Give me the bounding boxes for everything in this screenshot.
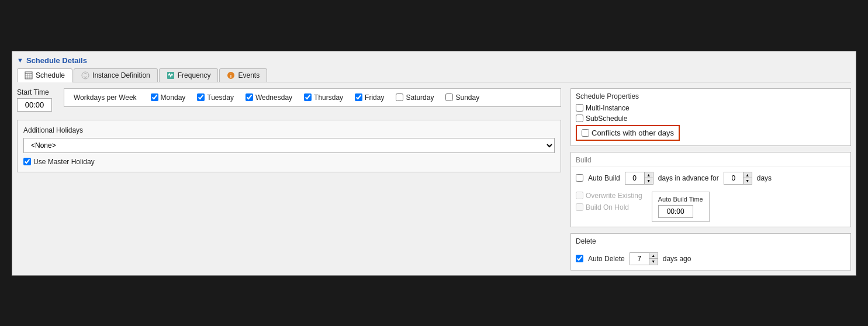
tab-instance-definition[interactable]: Instance Definition bbox=[74, 68, 158, 82]
multi-instance-checkbox[interactable] bbox=[576, 104, 583, 112]
days-text: days bbox=[757, 174, 772, 182]
tuesday-checkbox-item: Tuesday bbox=[197, 93, 234, 102]
tab-events-label: Events bbox=[238, 71, 260, 79]
time-row: Start Time Workdays per Week Monday Tues… bbox=[17, 88, 561, 112]
build-section: Build Auto Build ▲ ▼ days in advance for bbox=[570, 152, 851, 227]
delete-days-arrows: ▲ ▼ bbox=[649, 253, 658, 265]
auto-build-time-input[interactable] bbox=[658, 205, 693, 218]
delete-days-down[interactable]: ▼ bbox=[649, 259, 658, 265]
saturday-label: Saturday bbox=[406, 93, 434, 102]
saturday-checkbox[interactable] bbox=[396, 93, 403, 101]
frequency-tab-icon bbox=[167, 71, 175, 79]
start-time-input[interactable] bbox=[17, 98, 52, 112]
outer-container: ▼ Schedule Details Schedule bbox=[12, 51, 856, 276]
build-checkboxes: Overwrite Existing Build On Hold bbox=[576, 192, 642, 211]
delete-content: Auto Delete ▲ ▼ days ago bbox=[571, 248, 850, 270]
days-for-up[interactable]: ▲ bbox=[743, 172, 752, 179]
thursday-checkbox[interactable] bbox=[304, 93, 312, 101]
conflicts-label: Conflicts with other days bbox=[592, 129, 674, 137]
use-master-holiday-checkbox[interactable] bbox=[23, 158, 31, 165]
use-master-holiday-label: Use Master Holiday bbox=[33, 158, 95, 166]
conflicts-border-box: Conflicts with other days bbox=[576, 125, 680, 141]
tabs-row: Schedule Instance Definition Frequency bbox=[17, 68, 851, 82]
delete-days-up[interactable]: ▲ bbox=[649, 253, 658, 259]
instance-def-tab-icon bbox=[81, 71, 89, 79]
overwrite-existing-item: Overwrite Existing bbox=[576, 192, 642, 200]
tab-frequency[interactable]: Frequency bbox=[159, 68, 219, 82]
section-header: ▼ Schedule Details bbox=[17, 56, 851, 65]
build-on-hold-label: Build On Hold bbox=[586, 203, 629, 211]
auto-build-checkbox[interactable] bbox=[576, 174, 583, 182]
sub-schedule-label: SubSchedule bbox=[586, 115, 627, 123]
build-header: Build bbox=[571, 152, 850, 167]
thursday-label: Thursday bbox=[314, 93, 343, 102]
left-panel: Start Time Workdays per Week Monday Tues… bbox=[17, 88, 561, 270]
workdays-box: Workdays per Week Monday Tuesday Wednesd… bbox=[64, 88, 561, 107]
workdays-label: Workdays per Week bbox=[74, 93, 137, 102]
use-master-holiday-item: Use Master Holiday bbox=[23, 158, 555, 166]
auto-build-label: Auto Build bbox=[588, 174, 620, 182]
holidays-section: Additional Holidays <None> Use Master Ho… bbox=[17, 120, 561, 172]
build-on-hold-checkbox[interactable] bbox=[576, 203, 583, 211]
sunday-label: Sunday bbox=[455, 93, 479, 102]
overwrite-existing-label: Overwrite Existing bbox=[586, 192, 642, 200]
collapse-icon[interactable]: ▼ bbox=[17, 57, 23, 64]
holidays-dropdown[interactable]: <None> bbox=[23, 138, 555, 153]
schedule-properties-box: Schedule Properties Multi-Instance SubSc… bbox=[570, 88, 851, 146]
start-time-label: Start Time bbox=[17, 88, 52, 96]
delete-days-spinbox: ▲ ▼ bbox=[630, 252, 658, 265]
days-ago-text: days ago bbox=[663, 255, 691, 263]
build-content: Auto Build ▲ ▼ days in advance for bbox=[571, 167, 850, 227]
wednesday-label: Wednesday bbox=[255, 93, 292, 102]
tab-schedule[interactable]: Schedule bbox=[17, 68, 72, 82]
overwrite-existing-checkbox[interactable] bbox=[576, 192, 583, 199]
wednesday-checkbox[interactable] bbox=[245, 93, 253, 101]
delete-section: Delete Auto Delete ▲ ▼ days ago bbox=[570, 233, 851, 270]
days-advance-arrows: ▲ ▼ bbox=[644, 172, 653, 184]
sub-schedule-checkbox[interactable] bbox=[576, 115, 583, 122]
days-advance-input[interactable] bbox=[625, 172, 644, 184]
holidays-title: Additional Holidays bbox=[23, 126, 555, 134]
delete-days-input[interactable] bbox=[630, 253, 649, 265]
days-advance-down[interactable]: ▼ bbox=[645, 178, 653, 184]
friday-checkbox[interactable] bbox=[355, 93, 362, 101]
sunday-checkbox[interactable] bbox=[445, 93, 453, 101]
auto-build-time-box: Auto Build Time bbox=[652, 192, 710, 222]
monday-checkbox[interactable] bbox=[151, 93, 158, 101]
schedule-tab-icon bbox=[25, 71, 33, 79]
saturday-checkbox-item: Saturday bbox=[396, 93, 434, 102]
tab-frequency-label: Frequency bbox=[178, 71, 211, 79]
multi-instance-label: Multi-Instance bbox=[586, 104, 630, 112]
conflicts-checkbox[interactable] bbox=[582, 129, 589, 137]
friday-checkbox-item: Friday bbox=[355, 93, 384, 102]
days-advance-up[interactable]: ▲ bbox=[645, 172, 653, 179]
start-time-box: Start Time bbox=[17, 88, 52, 112]
auto-build-time-label: Auto Build Time bbox=[658, 196, 703, 203]
days-for-spinbox: ▲ ▼ bbox=[724, 172, 752, 185]
tuesday-checkbox[interactable] bbox=[197, 93, 205, 101]
events-tab-icon: i bbox=[227, 71, 235, 79]
tab-events[interactable]: i Events bbox=[219, 68, 267, 82]
tab-schedule-label: Schedule bbox=[36, 71, 65, 79]
sub-schedule-row: SubSchedule bbox=[576, 115, 846, 123]
conflicts-highlighted-row: Conflicts with other days bbox=[576, 125, 846, 141]
props-content: Multi-Instance SubSchedule Conflicts wit… bbox=[571, 103, 850, 145]
section-title: Schedule Details bbox=[26, 56, 87, 65]
friday-label: Friday bbox=[365, 93, 384, 102]
days-advance-spinbox: ▲ ▼ bbox=[625, 172, 653, 185]
monday-checkbox-item: Monday bbox=[151, 93, 186, 102]
tuesday-label: Tuesday bbox=[207, 93, 234, 102]
dropdown-row: <None> bbox=[23, 138, 555, 153]
svg-point-6 bbox=[82, 72, 89, 79]
thursday-checkbox-item: Thursday bbox=[304, 93, 343, 102]
sunday-checkbox-item: Sunday bbox=[445, 93, 479, 102]
days-for-down[interactable]: ▼ bbox=[743, 178, 752, 184]
tab-instance-def-label: Instance Definition bbox=[92, 71, 150, 79]
auto-delete-checkbox[interactable] bbox=[576, 255, 583, 262]
days-in-advance-text: days in advance for bbox=[658, 174, 719, 182]
build-row2: Overwrite Existing Build On Hold Auto Bu… bbox=[576, 192, 846, 222]
right-panel: Schedule Properties Multi-Instance SubSc… bbox=[570, 88, 851, 270]
main-content: Start Time Workdays per Week Monday Tues… bbox=[17, 88, 851, 270]
days-for-input[interactable] bbox=[724, 172, 743, 184]
build-on-hold-item: Build On Hold bbox=[576, 203, 642, 211]
